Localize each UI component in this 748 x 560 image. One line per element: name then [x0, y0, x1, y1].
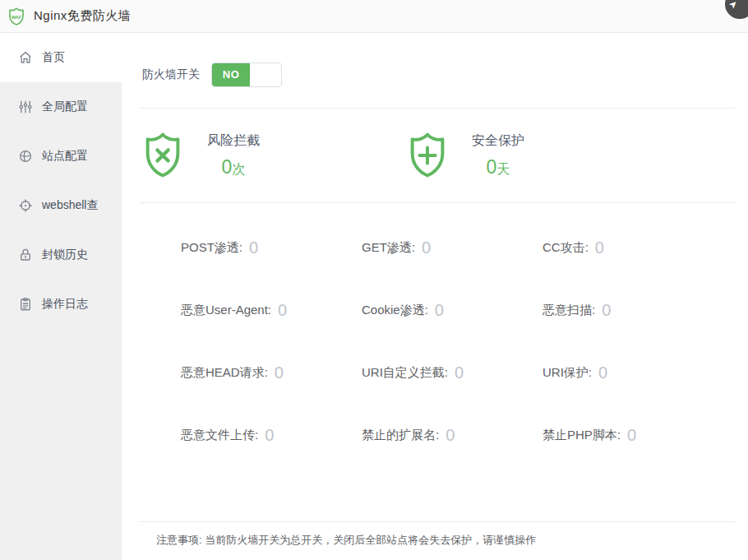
shield-plus-icon: [404, 131, 450, 180]
stat-value: 0: [602, 301, 611, 320]
stat-value: 0: [435, 301, 444, 320]
stat-value: 0: [446, 426, 455, 445]
lock-icon: [18, 248, 33, 262]
sidebar-item-label: 全局配置: [42, 100, 88, 114]
stat-value: 0: [278, 301, 287, 320]
stat-item: POST渗透: 0: [181, 238, 362, 257]
sidebar-item[interactable]: 全局配置: [0, 82, 122, 132]
sidebar-item-label: 操作日志: [42, 297, 88, 312]
globe-icon: [18, 149, 33, 164]
stat-label: Cookie渗透:: [362, 303, 428, 318]
stat-item: GET渗透: 0: [362, 238, 543, 257]
stat-value: 0: [455, 363, 464, 382]
summary-card-title: 安全保护: [472, 132, 524, 150]
sidebar: 首页 全局配置: [0, 33, 122, 560]
stat-item: 恶意扫描: 0: [543, 301, 735, 320]
firewall-switch-label: 防火墙开关: [142, 67, 200, 82]
sidebar-item-label: 封锁历史: [42, 248, 88, 262]
stat-label: 禁止PHP脚本:: [543, 428, 621, 443]
stat-label: 恶意User-Agent:: [181, 303, 271, 318]
sidebar-item[interactable]: webshell查: [0, 181, 122, 230]
stat-label: 恶意文件上传:: [181, 428, 258, 443]
top-bar: WAF Nginx免费防火墙 ➤: [0, 0, 748, 33]
svg-text:WAF: WAF: [12, 14, 22, 19]
home-icon: [18, 50, 33, 65]
summary-card-value: 0天: [487, 156, 510, 178]
stat-item: 恶意文件上传: 0: [181, 426, 362, 445]
stat-label: URI自定义拦截:: [362, 365, 448, 381]
stat-value: 0: [275, 363, 284, 382]
stat-label: URI保护:: [543, 365, 592, 381]
sidebar-item[interactable]: 站点配置: [0, 132, 122, 181]
toggle-state-text: NO: [212, 63, 250, 86]
app-title: Nginx免费防火墙: [34, 8, 131, 24]
stat-item: Cookie渗透: 0: [362, 301, 543, 320]
log-icon: [18, 297, 33, 312]
stat-item: 恶意HEAD请求: 0: [181, 363, 362, 382]
summary-card-title: 风险拦截: [207, 132, 260, 150]
stat-label: CC攻击:: [543, 240, 589, 256]
stat-item: URI自定义拦截: 0: [362, 363, 543, 382]
sidebar-item[interactable]: 首页: [0, 33, 122, 82]
sidebar-item-label: webshell查: [42, 198, 98, 213]
stat-value: 0: [598, 363, 607, 382]
scan-icon: [18, 198, 33, 213]
main-content: 防火墙开关 NO: [122, 33, 748, 560]
stat-label: 禁止的扩展名:: [362, 428, 439, 443]
sidebar-item[interactable]: 封锁历史: [0, 230, 122, 280]
stat-label: 恶意扫描:: [543, 303, 595, 318]
shield-x-icon: [140, 131, 186, 180]
stat-value: 0: [422, 238, 431, 257]
stat-item: 禁止PHP脚本: 0: [543, 426, 735, 445]
stat-value: 0: [627, 426, 636, 445]
stat-item: URI保护: 0: [543, 363, 735, 382]
stats-grid: POST渗透: 0 GET渗透: 0 CC攻击: 0 恶意User-A: [140, 203, 735, 521]
sidebar-item[interactable]: 操作日志: [0, 280, 122, 329]
sidebar-item-label: 站点配置: [42, 149, 88, 164]
stat-label: 恶意HEAD请求:: [181, 365, 268, 381]
sidebar-item-label: 首页: [42, 50, 65, 65]
stat-label: GET渗透:: [362, 240, 415, 256]
stat-item: 恶意User-Agent: 0: [181, 301, 362, 320]
sliders-icon: [18, 100, 33, 114]
summary-cards-row: 风险拦截 0次 安全保护: [140, 109, 735, 202]
summary-card: 安全保护 0天: [404, 131, 669, 180]
summary-card: 风险拦截 0次: [140, 131, 404, 180]
notice-text: 注意事项: 当前防火墙开关为总开关，关闭后全部站点将会失去保护，请谨慎操作: [140, 522, 735, 548]
stat-value: 0: [595, 238, 604, 257]
stat-value: 0: [249, 238, 258, 257]
arrow-icon: ➤: [727, 0, 740, 11]
waf-shield-logo-icon: WAF: [7, 7, 26, 26]
firewall-switch-row: 防火墙开关 NO: [140, 33, 735, 108]
stat-label: POST渗透:: [181, 240, 242, 256]
firewall-toggle-switch[interactable]: NO: [211, 62, 282, 87]
stat-value: 0: [265, 426, 274, 445]
corner-floating-button[interactable]: ➤: [725, 0, 748, 19]
page: WAF Nginx免费防火墙 ➤ 首页: [0, 0, 748, 560]
stat-item: 禁止的扩展名: 0: [362, 426, 543, 445]
stat-item: CC攻击: 0: [543, 238, 735, 257]
summary-card-value: 0次: [222, 156, 246, 178]
